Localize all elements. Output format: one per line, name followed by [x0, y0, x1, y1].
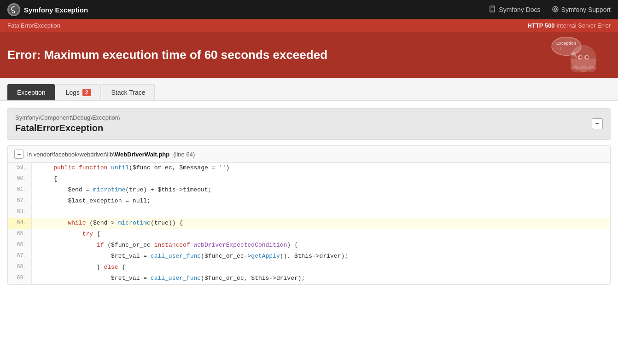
code-file-line: (line 64) — [173, 151, 195, 158]
line-number: 67. — [8, 251, 32, 262]
code-line: 69. $ret_val = call_user_func($func_or_e… — [8, 273, 610, 284]
code-area: 59. public function until($func_or_ec, $… — [8, 163, 610, 284]
svg-point-15 — [588, 66, 596, 72]
line-content: $ret_val = call_user_func($func_or_ec->g… — [32, 251, 610, 262]
exception-collapse-button[interactable]: − — [592, 118, 603, 129]
tab-logs[interactable]: Logs 2 — [56, 84, 100, 100]
line-number: 63. — [8, 207, 32, 218]
docs-icon — [489, 6, 496, 14]
code-line: 64. while ($end > microtime(true)) { — [8, 218, 610, 229]
http-message: Internal Server Error — [556, 22, 611, 29]
code-line: 61. $end = microtime(true) + $this->time… — [8, 185, 610, 196]
support-icon — [552, 6, 559, 14]
topbar-title: Symfony Exception — [24, 6, 88, 14]
line-number: 61. — [8, 185, 32, 196]
exception-info: Symfony\Component\Debug\Exception\ Fatal… — [15, 114, 120, 133]
topbar-links: Symfony Docs Symfony Support — [489, 6, 611, 14]
line-content: { — [32, 174, 610, 185]
exception-header: Symfony\Component\Debug\Exception\ Fatal… — [8, 109, 610, 139]
line-number: 65. — [8, 229, 32, 240]
svg-point-18 — [580, 56, 582, 58]
code-collapse-button[interactable]: − — [14, 150, 23, 159]
code-line: 66. if ($func_or_ec instanceof WebDriver… — [8, 240, 610, 251]
code-line: 62. $last_exception = null; — [8, 196, 610, 207]
line-number: 69. — [8, 273, 32, 284]
svg-point-14 — [579, 66, 588, 72]
line-content: $end = microtime(true) + $this->timeout; — [32, 185, 610, 196]
code-line: 65. try { — [8, 229, 610, 240]
svg-point-20 — [552, 37, 581, 56]
exception-class-label: FatalErrorException — [7, 22, 60, 29]
symfony-logo — [7, 3, 20, 16]
line-content: try { — [32, 229, 610, 240]
code-file-path: in vendor\facebook\webdriver\lib\WebDriv… — [27, 151, 169, 158]
main-content: Symfony\Component\Debug\Exception\ Fatal… — [0, 101, 618, 292]
line-content: if ($func_or_ec instanceof WebDriverExpe… — [32, 240, 610, 251]
exception-ghost: Exception ! — [549, 34, 609, 76]
tab-stack-trace[interactable]: Stack Trace — [102, 84, 155, 100]
code-file-header: − in vendor\facebook\webdriver\lib\WebDr… — [8, 146, 610, 163]
line-number: 59. — [8, 163, 32, 174]
line-number: 60. — [8, 174, 32, 185]
line-content: $ret_val = call_user_func($func_or_ec, $… — [32, 273, 610, 284]
code-line: 67. $ret_val = call_user_func($func_or_e… — [8, 251, 610, 262]
line-number: 64. — [8, 218, 32, 229]
svg-point-19 — [586, 56, 589, 58]
code-line: 59. public function until($func_or_ec, $… — [8, 163, 610, 174]
svg-point-6 — [554, 8, 556, 10]
error-header: Error: Maximum execution time of 60 seco… — [0, 32, 618, 78]
code-line: 68. } else { — [8, 262, 610, 273]
line-number: 62. — [8, 196, 32, 207]
line-content — [32, 207, 610, 218]
line-content: } else { — [32, 262, 610, 273]
line-content: while ($end > microtime(true)) { — [32, 218, 610, 229]
line-number: 66. — [8, 240, 32, 251]
code-line: 60. { — [8, 174, 610, 185]
svg-text:Exception: Exception — [556, 41, 576, 46]
http-status: HTTP 500 Internal Server Error — [528, 22, 611, 29]
http-code: HTTP 500 — [528, 22, 555, 29]
line-content: public function until($func_or_ec, $mess… — [32, 163, 610, 174]
logs-badge: 2 — [82, 89, 91, 96]
support-link[interactable]: Symfony Support — [552, 6, 611, 14]
topbar-brand: Symfony Exception — [7, 3, 88, 16]
exception-block: Symfony\Component\Debug\Exception\ Fatal… — [7, 108, 611, 140]
svg-text:!: ! — [560, 46, 561, 51]
code-block: − in vendor\facebook\webdriver\lib\WebDr… — [7, 145, 611, 285]
error-title: Error: Maximum execution time of 60 seco… — [7, 48, 611, 62]
exception-classname: FatalErrorException — [15, 123, 120, 133]
code-line: 63. — [8, 207, 610, 218]
line-content: $last_exception = null; — [32, 196, 610, 207]
exception-namespace: Symfony\Component\Debug\Exception\ — [15, 114, 120, 121]
line-number: 68. — [8, 262, 32, 273]
topbar: Symfony Exception Symfony Docs — [0, 0, 618, 19]
tabs-bar: Exception Logs 2 Stack Trace — [0, 78, 618, 101]
docs-link[interactable]: Symfony Docs — [489, 6, 540, 14]
svg-point-13 — [571, 66, 579, 72]
tab-exception[interactable]: Exception — [7, 84, 55, 100]
error-bar: FatalErrorException HTTP 500 Internal Se… — [0, 19, 618, 32]
